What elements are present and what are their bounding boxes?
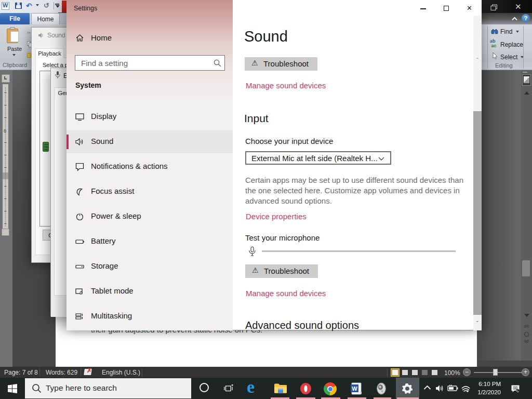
svg-text:W: W [352, 385, 357, 392]
